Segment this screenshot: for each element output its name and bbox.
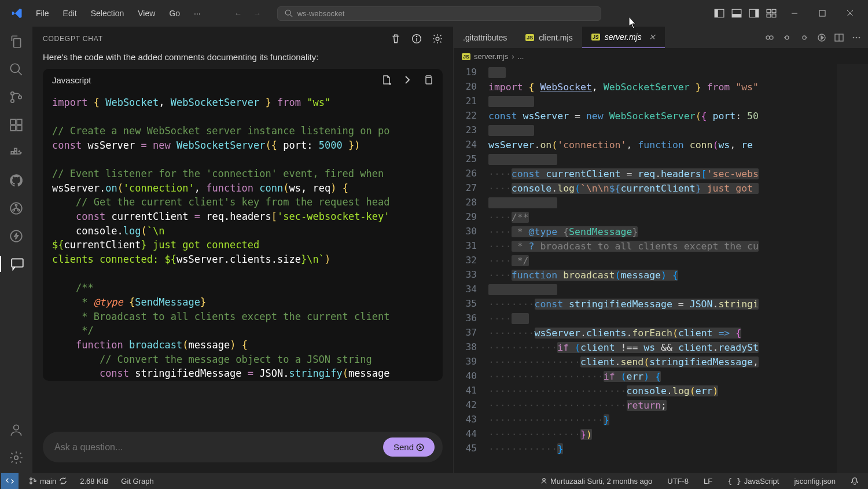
svg-rect-5	[732, 14, 741, 17]
explorer-icon[interactable]	[8, 34, 24, 50]
thunder-icon[interactable]	[8, 228, 24, 244]
sync-icon[interactable]	[59, 477, 67, 485]
account-icon[interactable]	[8, 422, 24, 438]
activity-bar	[0, 27, 32, 473]
settings-gear-icon[interactable]	[8, 450, 24, 466]
language-status[interactable]: { }JavaScript	[725, 477, 781, 486]
gitgraph-status[interactable]: Git Graph	[119, 477, 156, 486]
svg-rect-21	[10, 119, 16, 124]
svg-rect-23	[17, 126, 22, 131]
layout-custom-icon[interactable]	[766, 8, 777, 19]
prev-change-icon[interactable]	[782, 33, 792, 42]
layout-controls	[714, 8, 777, 19]
compare-icon[interactable]	[765, 33, 774, 42]
js-icon: JS	[525, 34, 534, 41]
size-status[interactable]: 2.68 KiB	[78, 477, 111, 486]
split-editor-icon[interactable]	[834, 33, 844, 42]
svg-point-20	[19, 95, 21, 98]
svg-point-32	[10, 230, 22, 242]
config-status[interactable]: jsconfig.json	[792, 477, 838, 486]
docker-icon[interactable]	[8, 145, 24, 161]
gear-icon[interactable]	[432, 34, 443, 44]
extensions-icon[interactable]	[8, 117, 24, 133]
svg-point-29	[15, 204, 17, 206]
maximize-button[interactable]	[809, 0, 836, 27]
search-activity-icon[interactable]	[8, 61, 24, 78]
close-tab-icon[interactable]: ✕	[649, 32, 656, 42]
svg-point-31	[18, 209, 20, 211]
github-icon[interactable]	[8, 172, 24, 189]
nav-arrows: ← →	[230, 7, 266, 20]
menu-edit[interactable]: Edit	[57, 5, 83, 21]
send-arrow-icon	[416, 443, 424, 451]
svg-point-54	[30, 478, 32, 480]
run-icon[interactable]	[817, 33, 826, 42]
menu-selection[interactable]: Selection	[85, 5, 130, 21]
svg-rect-3	[715, 9, 718, 17]
svg-point-38	[416, 36, 417, 37]
new-file-icon[interactable]	[381, 75, 392, 85]
nav-forward[interactable]: →	[249, 7, 266, 20]
chat-icon[interactable]	[0, 256, 32, 272]
eol-status[interactable]: LF	[701, 477, 715, 486]
svg-point-39	[436, 37, 439, 41]
svg-point-19	[11, 100, 14, 102]
nav-back[interactable]: ←	[230, 7, 247, 20]
svg-point-45	[770, 36, 773, 39]
svg-point-35	[14, 456, 19, 460]
remote-button[interactable]	[1, 473, 19, 489]
layout-sidebar-left-icon[interactable]	[714, 8, 724, 19]
more-icon[interactable]	[852, 33, 861, 42]
bell-icon[interactable]	[848, 477, 861, 485]
next-change-icon[interactable]	[800, 33, 809, 42]
minimize-button[interactable]	[781, 0, 808, 27]
tab-gitattributes[interactable]: .gitattributes	[454, 27, 516, 48]
svg-rect-11	[772, 14, 776, 17]
line-gutter: 1920212223242526272829303132333435363738…	[454, 64, 488, 473]
chat-input[interactable]: Send	[43, 432, 443, 462]
search-icon	[285, 9, 293, 17]
editor-code[interactable]: import { WebSocket, WebSocketServer } fr…	[488, 64, 837, 473]
branch-status[interactable]: main	[27, 477, 69, 486]
tab-client[interactable]: JSclient.mjs	[516, 27, 582, 48]
svg-point-43	[417, 444, 423, 450]
chat-intro-text: Here's the code with the added comments …	[43, 52, 443, 62]
insert-icon[interactable]	[402, 75, 413, 85]
menu-bar: File Edit Selection View Go ···	[30, 5, 207, 21]
code-card: Javascript import { WebSocket, WebSocket…	[43, 69, 443, 381]
vscode-logo-icon	[12, 8, 23, 19]
svg-point-47	[803, 36, 806, 39]
editor-tabs: .gitattributes JSclient.mjs JSserver.mjs…	[454, 27, 868, 49]
encoding-status[interactable]: UTF-8	[665, 477, 691, 486]
gitgraph-icon[interactable]	[8, 200, 24, 216]
chat-input-field[interactable]	[54, 442, 383, 453]
svg-rect-10	[767, 14, 771, 17]
blame-status[interactable]: Murtuzaali Surti, 2 months ago	[538, 477, 654, 486]
breadcrumb[interactable]: JS server.mjs › ...	[454, 49, 868, 64]
menu-more[interactable]: ···	[188, 5, 207, 21]
svg-rect-8	[767, 9, 771, 13]
close-button[interactable]	[837, 0, 863, 27]
copy-icon[interactable]	[423, 75, 433, 85]
search-text: ws-websocket	[297, 9, 345, 18]
minimap[interactable]	[837, 64, 868, 473]
menu-go[interactable]: Go	[163, 5, 186, 21]
tab-server[interactable]: JSserver.mjs✕	[582, 27, 665, 48]
layout-panel-icon[interactable]	[731, 8, 742, 19]
svg-point-53	[859, 36, 860, 38]
window-controls	[781, 0, 863, 27]
layout-sidebar-right-icon[interactable]	[749, 8, 759, 19]
info-icon[interactable]	[411, 34, 422, 44]
trash-icon[interactable]	[391, 34, 401, 44]
svg-point-16	[10, 64, 19, 72]
svg-line-1	[290, 15, 292, 17]
breadcrumb-rest: ...	[518, 52, 524, 61]
titlebar: File Edit Selection View Go ··· ← → ws-w…	[0, 0, 868, 27]
source-control-icon[interactable]	[8, 89, 24, 105]
menu-file[interactable]: File	[30, 5, 55, 21]
code-lang-label: Javascript	[52, 75, 91, 85]
breadcrumb-sep: ›	[512, 52, 514, 61]
send-button[interactable]: Send	[383, 437, 435, 457]
command-center[interactable]: ws-websocket	[277, 6, 601, 21]
menu-view[interactable]: View	[132, 5, 161, 21]
